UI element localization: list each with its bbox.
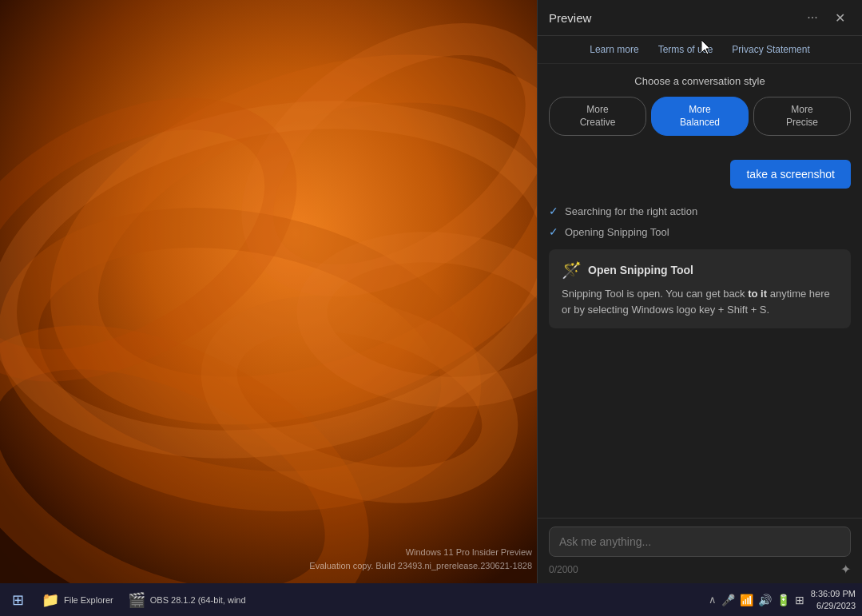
snipping-card-body: Snipping Tool is open. You can get back … — [562, 286, 838, 317]
mic-icon: 🎤 — [721, 594, 735, 606]
tray-extra-icon: ⊞ — [795, 594, 804, 606]
start-icon: ⊞ — [12, 591, 24, 609]
panel-content: take a screenshot ✓ Searching for the ri… — [538, 144, 862, 518]
file-explorer-icon: 📁 — [42, 591, 59, 609]
clock-date: 6/29/2023 — [811, 600, 856, 611]
check-icon-2: ✓ — [549, 225, 558, 238]
taskbar-right: ∧ 🎤 📶 🔊 🔋 ⊞ 8:36:09 PM 6/29/2023 — [709, 588, 856, 611]
watermark: Windows 11 Pro Insider Preview Evaluatio… — [309, 546, 537, 572]
char-count: 0/2000 — [549, 564, 578, 575]
snipping-body-bold: to it — [748, 288, 767, 300]
panel-header: Preview ··· ✕ — [538, 0, 862, 36]
obs-label: OBS 28.1.2 (64-bit, wind — [150, 595, 246, 605]
take-screenshot-button[interactable]: take a screenshot — [730, 160, 851, 189]
panel-links: Learn more Terms of use Privacy Statemen… — [538, 36, 862, 64]
send-icon: ✦ — [840, 562, 851, 577]
status-text-2: Opening Snipping Tool — [565, 226, 669, 238]
close-icon: ✕ — [835, 10, 845, 26]
wifi-icon: 📶 — [740, 594, 753, 606]
start-button[interactable]: ⊞ — [6, 589, 29, 611]
copilot-panel: Preview ··· ✕ Learn more Terms of use Pr… — [537, 0, 862, 583]
snipping-tool-card: 🪄 Open Snipping Tool Snipping Tool is op… — [549, 249, 851, 328]
status-item-1: ✓ Searching for the right action — [549, 205, 851, 217]
chat-input[interactable] — [549, 527, 851, 557]
more-options-icon: ··· — [807, 10, 817, 25]
more-options-button[interactable]: ··· — [801, 6, 824, 29]
snipping-card-header: 🪄 Open Snipping Tool — [562, 260, 838, 280]
style-buttons-group: More Creative More Balanced More Precise — [549, 97, 851, 136]
desktop-background: Windows 11 Pro Insider Preview Evaluatio… — [0, 0, 537, 583]
taskbar-file-explorer[interactable]: 📁 File Explorer — [37, 590, 118, 610]
file-explorer-label: File Explorer — [64, 595, 113, 605]
snipping-body-text-start: Snipping Tool is open. You can get back — [562, 288, 748, 300]
obs-icon: 🎬 — [128, 591, 145, 609]
style-button-creative[interactable]: More Creative — [549, 97, 646, 136]
conversation-style-section: Choose a conversation style More Creativ… — [538, 64, 862, 144]
learn-more-link[interactable]: Learn more — [590, 44, 638, 55]
panel-title: Preview — [549, 11, 591, 25]
clock-time: 8:36:09 PM — [811, 588, 856, 599]
system-tray-icons: ∧ 🎤 📶 🔊 🔋 ⊞ — [709, 594, 804, 606]
taskbar-clock[interactable]: 8:36:09 PM 6/29/2023 — [811, 588, 856, 611]
input-footer: 0/2000 ✦ — [549, 562, 851, 577]
battery-icon: 🔋 — [777, 594, 790, 606]
screenshot-button-area: take a screenshot — [549, 152, 851, 197]
close-button[interactable]: ✕ — [828, 6, 851, 29]
snipping-card-title: Open Snipping Tool — [588, 264, 693, 276]
header-actions: ··· ✕ — [801, 6, 851, 29]
style-button-balanced[interactable]: More Balanced — [651, 97, 749, 136]
chevron-up-icon[interactable]: ∧ — [709, 594, 717, 606]
snipping-tool-icon: 🪄 — [562, 260, 582, 280]
status-text-1: Searching for the right action — [565, 205, 697, 217]
terms-of-use-link[interactable]: Terms of use — [658, 44, 713, 55]
status-item-2: ✓ Opening Snipping Tool — [549, 225, 851, 238]
check-icon-1: ✓ — [549, 205, 558, 217]
panel-input-area: 0/2000 ✦ — [538, 518, 862, 583]
privacy-statement-link[interactable]: Privacy Statement — [732, 44, 809, 55]
volume-icon: 🔊 — [758, 594, 772, 606]
taskbar: ⊞ 📁 File Explorer 🎬 OBS 28.1.2 (64-bit, … — [0, 583, 862, 616]
send-button[interactable]: ✦ — [840, 562, 851, 577]
conversation-style-title: Choose a conversation style — [549, 75, 851, 87]
taskbar-obs[interactable]: 🎬 OBS 28.1.2 (64-bit, wind — [123, 590, 251, 610]
style-button-precise[interactable]: More Precise — [753, 97, 851, 136]
